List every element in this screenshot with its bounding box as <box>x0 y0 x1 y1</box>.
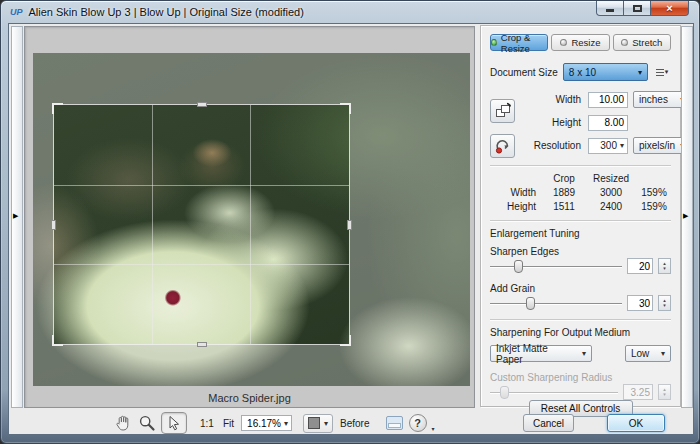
resized-height-value: 2400 <box>586 201 636 212</box>
height-field[interactable] <box>588 115 628 131</box>
sharpen-edges-slider[interactable] <box>490 259 622 273</box>
crop-width-value: 1889 <box>542 187 586 198</box>
width-field[interactable] <box>588 92 628 108</box>
add-grain-value[interactable] <box>627 295 653 311</box>
sharpen-edges-stepper[interactable]: ▴ ▾ <box>658 258 671 274</box>
tab-label: Crop & Resize <box>501 32 548 54</box>
dimensions-grid: Width inches ▾ Height Resolution <box>490 88 671 157</box>
output-medium-select[interactable]: Inkjet Matte Paper ▾ <box>490 345 592 362</box>
document-size-row: Document Size 8 x 10 ▾ ▾ <box>490 63 671 81</box>
window-title: Alien Skin Blow Up 3 | Blow Up | Origina… <box>29 6 304 18</box>
preview-panel: Macro Spider.jpg <box>24 26 475 408</box>
left-flyout-panel[interactable]: ▶ <box>11 26 23 408</box>
settings-panel: Crop & Resize Resize Stretch Document Si… <box>480 25 681 407</box>
crop-grid-line <box>152 105 153 344</box>
crop-handle-bottom[interactable] <box>197 342 207 347</box>
crop-grid-line <box>250 105 251 344</box>
row-label-width: Width <box>490 187 542 198</box>
spin-down-icon: ▾ <box>663 266 666 271</box>
ok-button[interactable]: OK <box>607 414 665 432</box>
title-bar[interactable]: UP Alien Skin Blow Up 3 | Blow Up | Orig… <box>1 1 699 23</box>
maximize-icon <box>633 5 642 12</box>
actual-size-button[interactable]: 1:1 <box>198 418 216 429</box>
resolution-select[interactable]: 300 ▾ <box>588 138 628 154</box>
right-flyout-arrow-icon: ▶ <box>683 212 688 219</box>
slider-thumb[interactable] <box>526 297 535 310</box>
chevron-down-icon: ▾ <box>617 141 624 150</box>
tab-stretch[interactable]: Stretch <box>613 34 671 51</box>
left-flyout-arrow-icon: ▶ <box>13 212 18 219</box>
table-spacer <box>490 173 542 184</box>
separator <box>490 319 671 321</box>
add-grain-slider[interactable] <box>490 296 622 310</box>
help-icon: ? <box>414 417 421 429</box>
chevron-down-icon: ▾ <box>656 349 665 358</box>
split-preview-icon <box>385 415 404 431</box>
constrain-link-icon <box>494 137 512 155</box>
resolution-units-value: pixels/in <box>639 140 675 151</box>
dialog-window: UP Alien Skin Blow Up 3 | Blow Up | Orig… <box>0 0 700 444</box>
slider-track <box>490 266 622 267</box>
resized-width-value: 3000 <box>586 187 636 198</box>
document-size-select[interactable]: 8 x 10 ▾ <box>563 63 648 81</box>
close-button[interactable]: × <box>651 1 689 16</box>
cancel-button[interactable]: Cancel <box>523 414 574 432</box>
minimize-icon <box>606 9 614 12</box>
crop-handle-bottom-left[interactable] <box>52 335 63 346</box>
tab-label: Stretch <box>632 37 662 48</box>
slider-track <box>490 392 618 393</box>
dialog-content: ▶ Macro Spider.jpg <box>8 23 694 435</box>
crop-handle-top-right[interactable] <box>340 103 351 114</box>
split-preview-button[interactable] <box>385 415 404 431</box>
add-grain-stepper[interactable]: ▴ ▾ <box>658 295 671 311</box>
crop-handle-right[interactable] <box>347 220 352 230</box>
fit-button[interactable]: Fit <box>221 418 236 429</box>
close-icon: × <box>666 2 672 14</box>
help-menu-arrow-icon[interactable]: ▾ <box>432 425 435 435</box>
table-spacer <box>636 173 672 184</box>
hand-icon <box>113 413 133 433</box>
slider-thumb <box>500 386 509 399</box>
before-toggle[interactable]: Before <box>338 418 371 429</box>
chevron-down-icon: ▾ <box>633 68 642 77</box>
tab-resize[interactable]: Resize <box>551 34 609 51</box>
right-flyout-panel[interactable]: ▶ <box>681 26 693 408</box>
column-header-crop: Crop <box>542 173 586 184</box>
sharpen-edges-value[interactable] <box>627 258 653 274</box>
maximize-button[interactable] <box>624 1 651 16</box>
image-filename: Macro Spider.jpg <box>25 392 474 404</box>
crop-handle-top[interactable] <box>197 102 207 107</box>
resolution-value: 300 <box>592 140 617 151</box>
crop-rectangle[interactable] <box>53 104 350 345</box>
hand-tool-button[interactable] <box>113 413 133 433</box>
crop-grid-line <box>54 264 349 265</box>
background-color-select[interactable]: ▾ <box>303 414 333 433</box>
constrain-proportions-button[interactable] <box>490 134 515 158</box>
crop-handle-left[interactable] <box>51 220 56 230</box>
chevron-down-icon: ▾ <box>577 349 586 358</box>
help-button[interactable]: ? <box>409 414 427 432</box>
tab-crop-and-resize[interactable]: Crop & Resize <box>490 34 548 51</box>
units-value: inches <box>639 94 668 105</box>
custom-radius-label: Custom Sharpening Radius <box>490 372 671 383</box>
minimize-button[interactable] <box>596 1 624 16</box>
sharpening-heading: Sharpening For Output Medium <box>490 327 671 338</box>
sharpening-strength-select[interactable]: Low ▾ <box>625 345 671 362</box>
zoom-tool-button[interactable] <box>138 414 156 432</box>
row-label-height: Height <box>490 201 542 212</box>
zoom-level-value[interactable] <box>245 418 281 429</box>
tab-radio-icon <box>560 39 567 46</box>
preview-image[interactable] <box>33 53 470 386</box>
zoom-level-select[interactable]: ▾ <box>241 415 292 431</box>
spin-down-icon: ▾ <box>663 392 666 397</box>
select-tool-button[interactable] <box>161 412 187 434</box>
custom-radius-row: ▴ ▾ <box>490 384 671 400</box>
crop-handle-bottom-right[interactable] <box>340 335 351 346</box>
tab-radio-icon <box>491 39 497 46</box>
rotate-dimensions-button[interactable] <box>490 99 515 123</box>
slider-thumb[interactable] <box>514 260 523 273</box>
preset-menu-button[interactable]: ▾ <box>653 64 671 80</box>
crop-handle-top-left[interactable] <box>52 103 63 114</box>
cursor-arrow-icon <box>166 415 182 431</box>
magnifier-icon <box>138 414 156 432</box>
